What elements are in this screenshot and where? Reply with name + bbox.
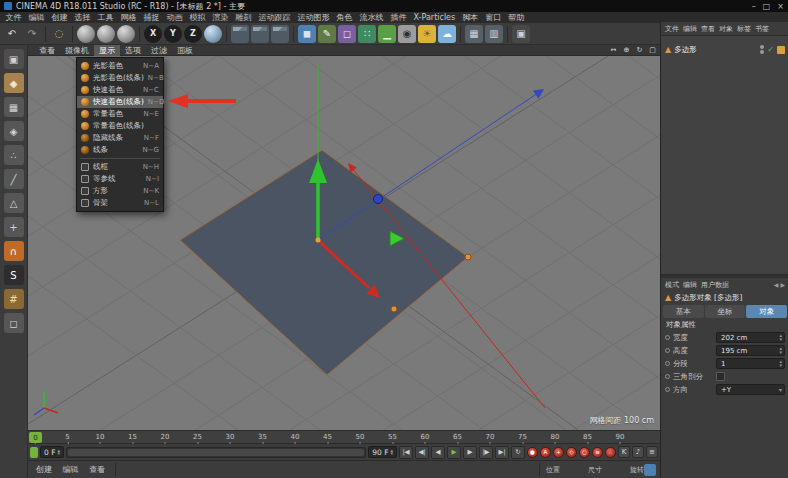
tab-object[interactable]: 对象: [746, 305, 787, 318]
menu-animate[interactable]: 动画: [163, 12, 186, 23]
menu-mesh[interactable]: 网格: [117, 12, 140, 23]
menu-character[interactable]: 角色: [333, 12, 356, 23]
zoom-view-icon[interactable]: ⊕: [621, 45, 632, 55]
menu-select[interactable]: 选择: [71, 12, 94, 23]
spinner-icon[interactable]: ▴▾: [779, 360, 782, 367]
menu-plugins[interactable]: 插件: [387, 12, 410, 23]
render-view-icon[interactable]: [231, 25, 249, 43]
make-editable-icon[interactable]: ▣: [4, 49, 24, 69]
height-field[interactable]: 195 cm ▴▾: [716, 345, 785, 356]
workplane-mode-icon[interactable]: ◈: [4, 121, 24, 141]
prev-frame-button[interactable]: ◀: [431, 446, 445, 459]
edges-mode-icon[interactable]: ╱: [4, 169, 24, 189]
om-menu-objects[interactable]: 对象: [719, 24, 733, 34]
menu-item-wireframe[interactable]: 线框 N~H: [77, 161, 163, 173]
menu-item-constant-shading[interactable]: 常量着色 N~E: [77, 108, 163, 120]
triangulate-checkbox[interactable]: [716, 372, 725, 381]
scale-tool-icon[interactable]: [97, 25, 115, 43]
redo-icon[interactable]: ↷: [23, 25, 41, 43]
key-rotation-toggle[interactable]: ○: [579, 447, 590, 458]
sky-icon[interactable]: ☁: [438, 25, 456, 43]
timeline-marker[interactable]: [30, 447, 38, 458]
start-frame-field[interactable]: 0 F ▴▾: [40, 446, 64, 458]
model-mode-icon[interactable]: ◆: [4, 73, 24, 93]
goto-end-button[interactable]: ▶|: [495, 446, 509, 459]
rotate-view-icon[interactable]: ↻: [634, 45, 645, 55]
om-menu-tags[interactable]: 标签: [737, 24, 751, 34]
menu-tools[interactable]: 工具: [94, 12, 117, 23]
autokey-button[interactable]: A: [540, 447, 551, 458]
visibility-dots-icon[interactable]: [760, 45, 764, 54]
key-scale-toggle[interactable]: ◇: [566, 447, 577, 458]
object-manager-list[interactable]: ▲ 多边形 ✓: [661, 35, 788, 275]
goto-start-button[interactable]: |◀: [399, 446, 413, 459]
menu-item-quick-shading-lines[interactable]: 快速着色(线条) N~D: [77, 96, 163, 108]
record-keyframe-button[interactable]: ●: [527, 447, 538, 458]
workplane-snap-icon[interactable]: #: [4, 289, 24, 309]
menu-item-box[interactable]: 方形 N~K: [77, 185, 163, 197]
polygons-mode-icon[interactable]: △: [4, 193, 24, 213]
menu-sculpt[interactable]: 雕刻: [232, 12, 255, 23]
menu-snap[interactable]: 捕捉: [140, 12, 163, 23]
om-menu-edit[interactable]: 编辑: [683, 24, 697, 34]
menu-pipeline[interactable]: 流水线: [356, 12, 387, 23]
lock-workplane-icon[interactable]: ◻: [4, 313, 24, 333]
end-frame-field[interactable]: 90 F ▴▾: [368, 446, 397, 458]
undo-icon[interactable]: ↶: [3, 25, 21, 43]
play-button[interactable]: ▶: [447, 446, 461, 459]
menu-mograph[interactable]: 运动图形: [294, 12, 333, 23]
menu-item-skeleton[interactable]: 骨架 N~L: [77, 197, 163, 209]
object-row-polygon[interactable]: ▲ 多边形 ✓: [661, 43, 788, 56]
display-filter-a-icon[interactable]: ▦: [465, 25, 483, 43]
spline-pen-icon[interactable]: ✎: [318, 25, 336, 43]
menu-window[interactable]: 窗口: [482, 12, 505, 23]
om-menu-bookmarks[interactable]: 书签: [755, 24, 769, 34]
segments-field[interactable]: 1 ▴▾: [716, 358, 785, 369]
camera-icon[interactable]: ◉: [398, 25, 416, 43]
animation-dot-icon[interactable]: [665, 387, 670, 392]
close-button[interactable]: ×: [777, 2, 784, 11]
phong-tag-icon[interactable]: [777, 46, 785, 54]
om-menu-view[interactable]: 查看: [701, 24, 715, 34]
render-settings-icon[interactable]: [271, 25, 289, 43]
live-selection-icon[interactable]: ◌: [50, 25, 68, 43]
spinner-icon[interactable]: ▴▾: [57, 449, 60, 456]
om-menu-file[interactable]: 文件: [665, 24, 679, 34]
mm-menu-create[interactable]: 创建: [32, 465, 56, 474]
maximize-button[interactable]: □: [763, 2, 771, 11]
animation-dot-icon[interactable]: [665, 374, 670, 379]
menu-item-lines[interactable]: 线条 N~G: [77, 144, 163, 156]
menu-item-gouraud-shading[interactable]: 光影着色 N~A: [77, 60, 163, 72]
snap-settings-icon[interactable]: S: [4, 265, 24, 285]
snap-magnet-icon[interactable]: ∩: [4, 241, 24, 261]
menu-item-quick-shading[interactable]: 快速着色 N~C: [77, 84, 163, 96]
enable-axis-icon[interactable]: +: [4, 217, 24, 237]
menu-render[interactable]: 渲染: [209, 12, 232, 23]
menu-edit[interactable]: 编辑: [25, 12, 48, 23]
key-position-toggle[interactable]: +: [553, 447, 564, 458]
tab-coordinates[interactable]: 坐标: [705, 305, 746, 318]
mograph-icon[interactable]: ∷: [358, 25, 376, 43]
menu-help[interactable]: 帮助: [505, 12, 528, 23]
subdivision-surface-icon[interactable]: ◻: [338, 25, 356, 43]
keyframe-selection-icon[interactable]: K: [618, 446, 630, 458]
z-axis-lock-icon[interactable]: Z: [184, 25, 202, 43]
orientation-dropdown[interactable]: +Y ▾: [716, 384, 785, 395]
next-key-button[interactable]: |▶: [479, 446, 493, 459]
pan-view-icon[interactable]: ↔: [608, 45, 619, 55]
mm-menu-edit[interactable]: 编辑: [59, 465, 83, 474]
am-forward-icon[interactable]: ▶: [780, 281, 785, 288]
key-parameter-toggle[interactable]: ≡: [592, 447, 603, 458]
timeline-ruler[interactable]: 0 0 5 10 15 20 25 30 35 40 45 50 55 60 6…: [28, 430, 660, 444]
tab-basic[interactable]: 基本: [663, 305, 704, 318]
spinner-icon[interactable]: ▴▾: [390, 449, 393, 456]
menu-item-isoparms[interactable]: 等参线 N~I: [77, 173, 163, 185]
sound-icon[interactable]: ♪: [632, 446, 644, 458]
viewport-canvas[interactable]: 网格间距 100 cm 光影着色 N~A 光影着色(线条) N~B 快速着色 N…: [28, 56, 660, 430]
width-field[interactable]: 202 cm ▴▾: [716, 332, 785, 343]
am-menu-mode[interactable]: 模式: [665, 280, 679, 290]
menu-create[interactable]: 创建: [48, 12, 71, 23]
menu-motion-tracker[interactable]: 运动跟踪: [255, 12, 294, 23]
layout-icon[interactable]: [644, 464, 656, 476]
vp-menu-view[interactable]: 查看: [34, 45, 60, 56]
